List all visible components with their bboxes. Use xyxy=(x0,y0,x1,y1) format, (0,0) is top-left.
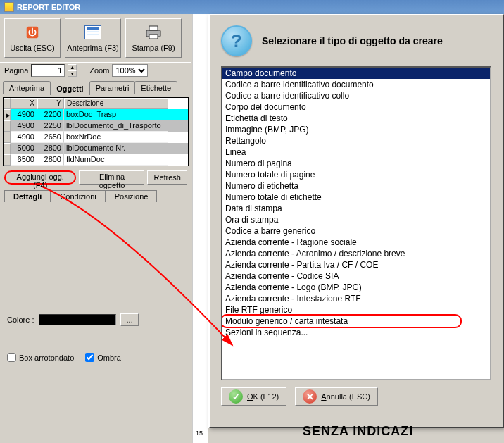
color-label: Colore : xyxy=(7,316,34,324)
zoom-select[interactable]: 100% xyxy=(112,64,148,77)
svg-rect-3 xyxy=(149,35,158,39)
refresh-button[interactable]: Refresh xyxy=(147,170,187,185)
printer-icon xyxy=(145,24,162,41)
tab-parametri[interactable]: Parametri xyxy=(89,81,136,94)
col-y[interactable]: Y xyxy=(37,98,64,109)
list-item[interactable]: Numero di pagina xyxy=(222,158,490,169)
table-row[interactable]: 4900 2250 lblDocumento_di_Trasporto xyxy=(4,120,188,132)
list-item[interactable]: Sezioni in sequenza... xyxy=(222,327,490,338)
question-icon: ? xyxy=(221,25,252,56)
cancel-button[interactable]: ✕ Annulla (ESC) xyxy=(295,387,378,406)
table-row[interactable]: ▸ 4900 2200 boxDoc_Trasp xyxy=(4,109,188,120)
list-item[interactable]: Codice a barre generico xyxy=(222,225,490,237)
preview-icon xyxy=(84,24,101,41)
list-item[interactable]: Azienda corrente - Acronimo / descrizion… xyxy=(222,248,490,259)
list-item[interactable]: File RTF generico xyxy=(222,304,490,316)
power-icon xyxy=(24,24,41,41)
list-item[interactable]: Codice a barre identificativo documento xyxy=(222,79,490,90)
list-item[interactable]: Ora di stampa xyxy=(222,214,490,225)
col-desc[interactable]: Descrizione xyxy=(64,98,168,109)
list-item[interactable]: Numero totale di pagine xyxy=(222,169,490,180)
list-item[interactable]: Codice a barre identificativo collo xyxy=(222,90,490,101)
svg-rect-2 xyxy=(149,26,158,30)
table-row[interactable]: 5000 2800 lblDocumento Nr. xyxy=(4,143,188,154)
add-object-button[interactable]: Aggiungi ogg.(F4) xyxy=(4,170,76,185)
table-row[interactable]: 4900 2650 boxNrDoc xyxy=(4,132,188,143)
color-swatch xyxy=(39,314,116,325)
subtab-dettagli[interactable]: Dettagli xyxy=(4,190,51,202)
table-row[interactable]: 6500 2800 fldNumDoc xyxy=(4,154,188,166)
list-item[interactable]: Azienda corrente - Logo (BMP, JPG) xyxy=(222,282,490,293)
close-icon: ✕ xyxy=(303,389,317,404)
tab-oggetti[interactable]: Oggetti xyxy=(50,82,90,95)
delete-object-button[interactable]: Elimina oggetto xyxy=(79,170,144,185)
tab-etichette[interactable]: Etichette xyxy=(134,81,177,94)
list-item[interactable]: Data di stampa xyxy=(222,203,490,214)
list-item[interactable]: Numero totale di etichette xyxy=(222,192,490,203)
subtab-posizione[interactable]: Posizione xyxy=(106,190,158,202)
list-item[interactable]: Numero di etichetta xyxy=(222,180,490,192)
zoom-label: Zoom xyxy=(89,66,109,75)
object-type-list[interactable]: Campo documentoCodice a barre identifica… xyxy=(221,66,491,380)
page-background-text: SENZA INDICAZI xyxy=(303,424,413,439)
list-item[interactable]: Azienda corrente - Partita Iva / CF / CO… xyxy=(222,259,490,270)
list-item[interactable]: Campo documento xyxy=(222,68,490,79)
list-item[interactable]: Immagine (BMP, JPG) xyxy=(222,124,490,135)
list-item[interactable]: Azienda corrente - Ragione sociale xyxy=(222,237,490,248)
check-icon: ✓ xyxy=(229,389,243,404)
exit-button[interactable]: Uscita (ESC) xyxy=(4,18,61,58)
objects-grid: X Y Descrizione ▸ 4900 2200 boxDoc_Trasp… xyxy=(3,97,189,166)
window-title: REPORT EDITOR xyxy=(17,3,80,11)
toolbar: Uscita (ESC) Anteprima (F3) Stampa (F9) xyxy=(0,14,191,63)
preview-button[interactable]: Anteprima (F3) xyxy=(65,18,121,58)
list-item[interactable]: Rettangolo xyxy=(222,135,490,146)
page-up[interactable]: ▲ xyxy=(68,64,77,70)
titlebar: REPORT EDITOR xyxy=(0,0,504,14)
object-type-dialog: ? Selezionare il tipo di oggetto da crea… xyxy=(208,14,504,428)
list-item[interactable]: Corpo del documento xyxy=(222,101,490,113)
subtab-condizioni[interactable]: Condizioni xyxy=(51,190,105,202)
list-item[interactable]: Linea xyxy=(222,146,490,158)
list-item[interactable]: Modulo generico / carta intestata xyxy=(222,316,490,327)
tab-anteprima[interactable]: Anteprima xyxy=(3,81,51,94)
page-input[interactable] xyxy=(31,64,65,77)
dialog-title: Selezionare il tipo di oggetto da creare xyxy=(262,35,443,46)
box-rounded-check[interactable]: Box arrotondato xyxy=(7,353,74,362)
vertical-ruler: 15 xyxy=(192,14,208,443)
ok-button[interactable]: ✓ OK (F12) xyxy=(221,387,286,406)
list-item[interactable]: Azienda corrente - Codice SIA xyxy=(222,270,490,282)
app-icon xyxy=(4,2,14,12)
list-item[interactable]: Etichetta di testo xyxy=(222,113,490,124)
print-button[interactable]: Stampa (F9) xyxy=(125,18,182,58)
col-x[interactable]: X xyxy=(11,98,37,109)
shadow-check[interactable]: Ombra xyxy=(85,353,121,362)
page-label: Pagina xyxy=(4,66,28,75)
list-item[interactable]: Azienda corrente - Intestazione RTF xyxy=(222,293,490,304)
page-down[interactable]: ▼ xyxy=(68,70,77,77)
color-picker-button[interactable]: ... xyxy=(120,313,139,326)
